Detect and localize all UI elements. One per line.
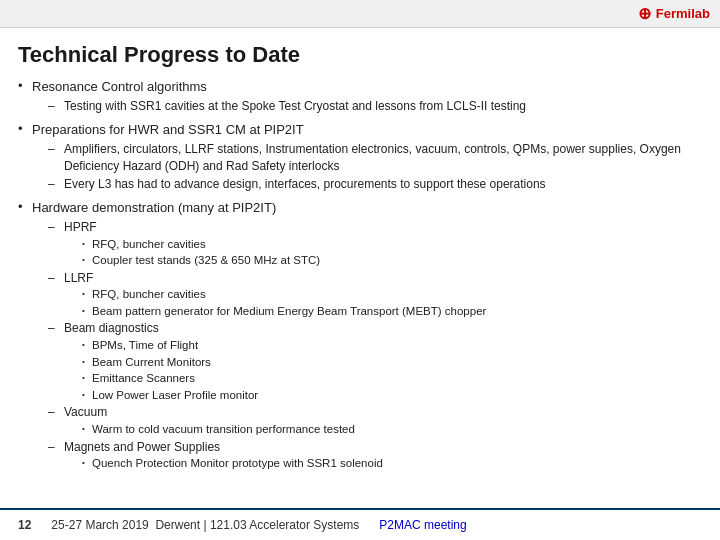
list-item: LLRF RFQ, buncher cavities Beam pattern …	[48, 270, 702, 320]
footer-meeting: P2MAC meeting	[379, 518, 466, 532]
hprf-item1: RFQ, buncher cavities	[92, 238, 206, 250]
list-item: RFQ, buncher cavities	[80, 287, 702, 303]
beam-diag-label: Beam diagnostics	[64, 321, 159, 335]
list-item-1: Resonance Control algorithms Testing wit…	[18, 78, 702, 115]
bullet3-label: Hardware demonstration (many at PIP2IT)	[32, 200, 276, 215]
magnets-item1: Quench Protection Monitor prototype with…	[92, 457, 383, 469]
footer-separator	[149, 518, 156, 532]
footer-page-number: 12	[18, 518, 31, 532]
fermilab-text: Fermilab	[656, 6, 710, 21]
top-level-list: Resonance Control algorithms Testing wit…	[18, 78, 702, 472]
list-item: Emittance Scanners	[80, 371, 702, 387]
vacuum-sublist: Warm to cold vacuum transition performan…	[64, 422, 702, 438]
list-item: Warm to cold vacuum transition performan…	[80, 422, 702, 438]
list-item: HPRF RFQ, buncher cavities Coupler test …	[48, 219, 702, 269]
bullet3-sublist: HPRF RFQ, buncher cavities Coupler test …	[32, 219, 702, 472]
bullet1-label: Resonance Control algorithms	[32, 79, 207, 94]
list-item: Magnets and Power Supplies Quench Protec…	[48, 439, 702, 472]
list-item: Beam Current Monitors	[80, 355, 702, 371]
beam-diag-item3: Emittance Scanners	[92, 372, 195, 384]
footer-date: 25-27 March 2019	[51, 518, 148, 532]
list-item: Amplifiers, circulators, LLRF stations, …	[48, 141, 702, 175]
list-item: Low Power Laser Profile monitor	[80, 388, 702, 404]
list-item-2: Preparations for HWR and SSR1 CM at PIP2…	[18, 121, 702, 193]
list-item: BPMs, Time of Flight	[80, 338, 702, 354]
list-item: Vacuum Warm to cold vacuum transition pe…	[48, 404, 702, 437]
llrf-item1: RFQ, buncher cavities	[92, 288, 206, 300]
list-item-3: Hardware demonstration (many at PIP2IT) …	[18, 199, 702, 472]
list-item: RFQ, buncher cavities	[80, 237, 702, 253]
header-bar: ⊕ Fermilab	[0, 0, 720, 28]
vacuum-item1: Warm to cold vacuum transition performan…	[92, 423, 355, 435]
vacuum-label: Vacuum	[64, 405, 107, 419]
hprf-label: HPRF	[64, 220, 97, 234]
slide-page: ⊕ Fermilab Technical Progress to Date Re…	[0, 0, 720, 540]
bullet2-sub1-text: Amplifiers, circulators, LLRF stations, …	[64, 142, 681, 173]
llrf-sublist: RFQ, buncher cavities Beam pattern gener…	[64, 287, 702, 319]
beam-diag-item2: Beam Current Monitors	[92, 356, 211, 368]
llrf-label: LLRF	[64, 271, 93, 285]
page-title: Technical Progress to Date	[18, 42, 702, 68]
beam-diag-sublist: BPMs, Time of Flight Beam Current Monito…	[64, 338, 702, 403]
list-item: Every L3 has had to advance design, inte…	[48, 176, 702, 193]
fermilab-logo: ⊕ Fermilab	[638, 4, 710, 23]
bullet2-sublist: Amplifiers, circulators, LLRF stations, …	[32, 141, 702, 192]
list-item: Beam pattern generator for Medium Energy…	[80, 304, 702, 320]
bullet2-sub2-text: Every L3 has had to advance design, inte…	[64, 177, 546, 191]
main-content: Technical Progress to Date Resonance Con…	[0, 28, 720, 508]
fermilab-icon: ⊕	[638, 4, 651, 23]
list-item: Coupler test stands (325 & 650 MHz at ST…	[80, 253, 702, 269]
beam-diag-item4: Low Power Laser Profile monitor	[92, 389, 258, 401]
bullet1-sub1-text: Testing with SSR1 cavities at the Spoke …	[64, 99, 526, 113]
bullet2-label: Preparations for HWR and SSR1 CM at PIP2…	[32, 122, 304, 137]
footer-location: Derwent | 121.03 Accelerator Systems	[155, 518, 359, 532]
bullet1-sublist: Testing with SSR1 cavities at the Spoke …	[32, 98, 702, 115]
footer: 12 25-27 March 2019 Derwent | 121.03 Acc…	[0, 508, 720, 540]
hprf-sublist: RFQ, buncher cavities Coupler test stand…	[64, 237, 702, 269]
magnets-label: Magnets and Power Supplies	[64, 440, 220, 454]
list-item: Beam diagnostics BPMs, Time of Flight Be…	[48, 320, 702, 403]
magnets-sublist: Quench Protection Monitor prototype with…	[64, 456, 702, 472]
hprf-item2: Coupler test stands (325 & 650 MHz at ST…	[92, 254, 320, 266]
beam-diag-item1: BPMs, Time of Flight	[92, 339, 198, 351]
list-item: Testing with SSR1 cavities at the Spoke …	[48, 98, 702, 115]
llrf-item2: Beam pattern generator for Medium Energy…	[92, 305, 486, 317]
list-item: Quench Protection Monitor prototype with…	[80, 456, 702, 472]
